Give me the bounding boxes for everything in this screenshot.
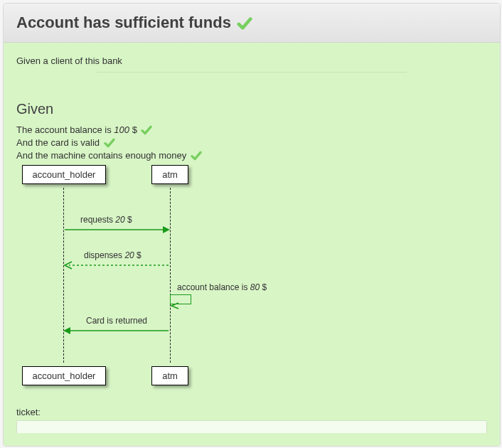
step: And the card is valid <box>16 137 487 148</box>
step: And the machine contains enough money <box>16 150 487 161</box>
svg-marker-4 <box>63 327 70 334</box>
msg-suffix: $ <box>125 215 132 225</box>
background-given: Given a client of this bank <box>16 55 487 66</box>
titlebar: Account has sufficient funds <box>4 4 500 43</box>
arrow-right-icon <box>63 225 170 235</box>
arrow-left-icon <box>63 260 170 270</box>
participant-box: atm <box>151 366 188 385</box>
divider <box>97 72 407 73</box>
message-label: Card is returned <box>86 316 147 326</box>
arrow-left-icon <box>170 302 180 309</box>
lifeline-atm <box>170 188 171 363</box>
msg-value: 20 <box>115 215 124 225</box>
check-icon <box>191 150 202 160</box>
arrow-left-icon <box>63 326 170 336</box>
message-label: dispenses 20 $ <box>84 250 141 260</box>
msg-suffix: $ <box>134 250 141 260</box>
participant-box: atm <box>151 165 188 184</box>
ticket-box <box>16 420 487 433</box>
step-prefix: And the machine contains enough money <box>16 150 186 161</box>
msg-text: dispenses <box>84 250 124 260</box>
lifeline-account-holder <box>63 188 64 363</box>
msg-text: Card is returned <box>86 316 147 326</box>
step-suffix: $ <box>129 124 137 135</box>
scenario-title-text: Account has sufficient funds <box>16 14 231 31</box>
msg-value: 80 <box>250 282 260 292</box>
msg-text: account balance is <box>177 282 250 292</box>
scenario-panel: Account has sufficient funds Given a cli… <box>3 3 501 447</box>
sequence-diagram: account_holder atm account_holder atm re… <box>16 165 487 385</box>
check-icon <box>237 16 252 30</box>
msg-value: 20 <box>124 250 134 260</box>
scenario-title: Account has sufficient funds <box>16 14 252 32</box>
participant-box: account_holder <box>22 165 106 184</box>
ticket-label: ticket: <box>16 407 487 417</box>
check-icon <box>141 124 152 134</box>
participant-box: account_holder <box>22 366 106 385</box>
svg-marker-1 <box>163 226 170 233</box>
message-label: requests 20 $ <box>80 215 132 225</box>
step-prefix: The account balance is <box>16 124 114 135</box>
message-label: account balance is 80 $ <box>177 282 267 292</box>
scenario-body: Given a client of this bank Given The ac… <box>4 43 500 446</box>
step-prefix: And the card is valid <box>16 137 100 148</box>
given-heading: Given <box>16 101 487 117</box>
step-value: 100 <box>114 124 129 135</box>
check-icon <box>104 137 115 147</box>
step: The account balance is 100 $ <box>16 124 487 135</box>
msg-text: requests <box>80 215 115 225</box>
msg-suffix: $ <box>260 282 267 292</box>
